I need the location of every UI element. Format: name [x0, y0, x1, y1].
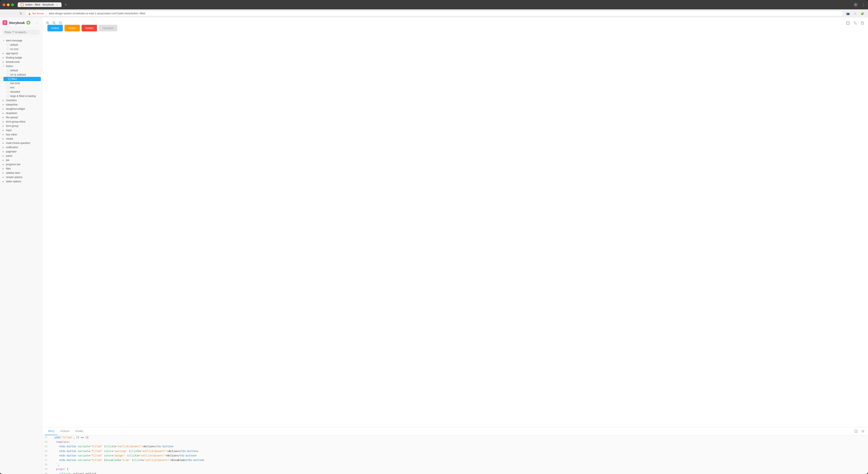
- chevron-right-icon: ▶: [3, 61, 5, 63]
- sidebar-item-pie[interactable]: ▶ pie: [0, 158, 42, 162]
- sidebar-item-file-upload[interactable]: ▶ file-upload: [0, 115, 42, 120]
- chevron-right-icon: ▶: [3, 159, 5, 161]
- zoom-reset-button[interactable]: [58, 20, 63, 26]
- sidebar-item-notification[interactable]: ▶ notification: [0, 145, 42, 150]
- close-panel-button[interactable]: [860, 429, 865, 434]
- tab-close-button[interactable]: ×: [56, 3, 59, 6]
- chevron-right-icon: ▶: [3, 142, 5, 144]
- sidebar-item-button-elevated[interactable]: elevated: [2, 90, 42, 94]
- story-icon: [7, 82, 9, 85]
- sidebar-item-filter[interactable]: ▶ filter: [0, 166, 42, 171]
- chevron-right-icon: ▶: [3, 168, 5, 170]
- alert-message-children: default no icon: [0, 43, 42, 51]
- action-button-orange[interactable]: Action: [64, 25, 80, 31]
- zoom-in-button[interactable]: [45, 20, 51, 26]
- story-icon: [7, 86, 9, 89]
- menu-dots[interactable]: ⋮: [862, 2, 865, 7]
- security-label: Not Secure: [32, 12, 44, 15]
- sidebar-item-input[interactable]: ▶ input: [0, 128, 42, 132]
- sidebar-item-checkbox[interactable]: ▶ checkbox: [0, 98, 42, 102]
- bottom-panel: Story Actions Knobs: [42, 427, 868, 474]
- sidebar-item-breadcrumb[interactable]: ▶ breadcrumb: [0, 60, 42, 64]
- chevron-right-icon: ▶: [3, 121, 5, 123]
- split-view-button[interactable]: [854, 429, 859, 434]
- bottom-tab-actions: [854, 429, 865, 434]
- sidebar-item-modal[interactable]: ▶ modal: [0, 137, 42, 141]
- update-badge: [27, 21, 30, 25]
- chevron-right-icon: ▶: [3, 108, 5, 110]
- copy-link-button[interactable]: [852, 20, 858, 26]
- code-line-39: 39 props: {: [42, 467, 868, 471]
- sidebar-item-alert-message[interactable]: ▼ alert-message: [0, 38, 42, 43]
- sidebar-menu-button[interactable]: ···: [34, 20, 39, 25]
- action-button-blue[interactable]: Action: [48, 25, 63, 31]
- chevron-right-icon: ▶: [3, 151, 5, 153]
- forward-button[interactable]: →: [10, 10, 16, 17]
- chevron-right-icon: ▶: [3, 129, 5, 131]
- code-line-36: 36 <tds-button variant="filled" color="d…: [42, 453, 868, 458]
- chevron-right-icon: ▶: [3, 163, 5, 165]
- sidebar-item-button[interactable]: ▼ button: [0, 64, 42, 68]
- sidebar-item-button-filled[interactable]: filled: [3, 77, 41, 81]
- browser-frame: button - filled · Storybook × + H ⋮ ← → …: [0, 0, 868, 474]
- chevron-right-icon: ▶: [3, 181, 5, 183]
- svg-rect-10: [847, 22, 849, 24]
- code-line-38: 38 `,: [42, 463, 868, 467]
- sidebar-item-slider-options[interactable]: ▶ slider-options: [0, 179, 42, 184]
- active-tab[interactable]: button - filled · Storybook ×: [18, 2, 62, 7]
- sidebar-item-sidebar-item[interactable]: ▶ sidebar-item: [0, 171, 42, 175]
- sidebar-item-key-value[interactable]: ▶ key-value: [0, 132, 42, 137]
- search-bar: [0, 28, 42, 37]
- back-button[interactable]: ←: [3, 10, 8, 17]
- button-children: default sm & outlined filled two-tone: [0, 68, 42, 98]
- search-input[interactable]: [3, 30, 39, 35]
- action-button-disabled: Disabled: [99, 25, 117, 31]
- main-panel: Action Action Action Disabled: [42, 18, 868, 474]
- zoom-out-button[interactable]: [51, 20, 57, 26]
- tab-actions[interactable]: Actions: [57, 427, 72, 435]
- bookmark-button[interactable]: ☆: [852, 10, 858, 17]
- sidebar-item-form-group[interactable]: ▶ form-group: [0, 124, 42, 128]
- sidebar-item-doughnut-widget[interactable]: ▶ doughnut-widget: [0, 107, 42, 111]
- maximize-button[interactable]: [11, 3, 14, 6]
- chevron-down-icon: ▼: [3, 65, 5, 67]
- cast-button[interactable]: 📺: [845, 10, 851, 17]
- sidebar-item-form-group-inline[interactable]: ▶ form-group-inline: [0, 120, 42, 124]
- sidebar-item-floating-badge[interactable]: ▶ floating badge: [0, 56, 42, 60]
- preview-buttons-row: Action Action Action Disabled: [48, 25, 117, 31]
- chevron-right-icon: ▶: [3, 52, 5, 55]
- chevron-right-icon: ▶: [3, 138, 5, 140]
- sidebar-item-button-text[interactable]: text: [2, 86, 42, 90]
- preview-area: Action Action Action Disabled: [42, 18, 868, 427]
- extensions-button[interactable]: 🧩: [860, 10, 865, 17]
- more-options-button[interactable]: [860, 20, 865, 26]
- new-tab-button[interactable]: +: [63, 2, 69, 8]
- sidebar-item-button-default[interactable]: default: [2, 68, 42, 72]
- sidebar-item-button-two-tone[interactable]: two-tone: [2, 81, 42, 86]
- sidebar-item-alert-default[interactable]: default: [2, 43, 42, 47]
- sidebar-item-datepicker[interactable]: ▶ datepicker: [0, 102, 42, 107]
- chevron-right-icon: ▶: [3, 172, 5, 174]
- sidebar-item-paginator[interactable]: ▶ paginator: [0, 150, 42, 154]
- sidebar-item-app-layout[interactable]: ▶ app-layout: [0, 51, 42, 56]
- sidebar-item-progress-bar[interactable]: ▶ progress-bar: [0, 162, 42, 166]
- sidebar-item-button-large-loading[interactable]: large & filled & loading: [2, 94, 42, 98]
- profile-avatar[interactable]: H: [854, 3, 858, 7]
- close-button[interactable]: [3, 3, 5, 6]
- expand-preview-button[interactable]: [845, 20, 851, 26]
- action-button-red[interactable]: Action: [82, 25, 97, 31]
- sidebar-item-button-sm-outlined[interactable]: sm & outlined: [2, 72, 42, 77]
- sidebar-item-simple-options[interactable]: ▶ simple-options: [0, 175, 42, 179]
- sidebar-item-dropdown[interactable]: ▶ dropdown: [0, 111, 42, 115]
- nav-actions: 📺 ☆ 🧩: [845, 10, 865, 17]
- minimize-button[interactable]: [7, 3, 10, 6]
- tab-story[interactable]: Story: [45, 427, 57, 435]
- tab-knobs[interactable]: Knobs: [72, 427, 86, 435]
- sidebar-item-multi-choice-question[interactable]: ▶ multi-choice-question: [0, 141, 42, 145]
- reload-button[interactable]: ↻: [18, 10, 24, 17]
- address-bar[interactable]: 🔒 Not Secure | telos-design-system.s3-we…: [26, 11, 843, 16]
- chevron-right-icon: ▶: [3, 125, 5, 127]
- sidebar-item-alert-no-icon[interactable]: no icon: [2, 47, 42, 51]
- sidebar-item-panel[interactable]: ▶ panel: [0, 154, 42, 158]
- svg-line-6: [55, 24, 55, 24]
